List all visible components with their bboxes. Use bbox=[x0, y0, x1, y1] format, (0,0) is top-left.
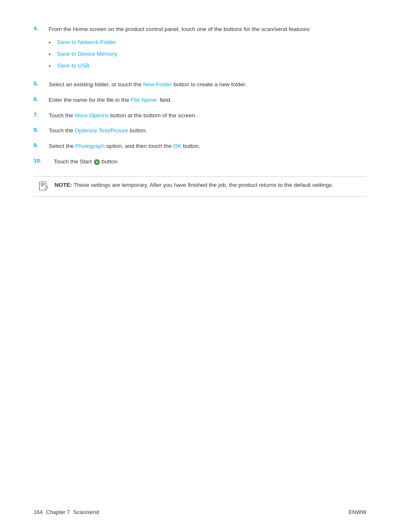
bullet-text-1: Save to Network Folder bbox=[57, 38, 116, 46]
step-9: 9. Select the Photograph option, and the… bbox=[34, 142, 366, 151]
bullet-dot-1: ● bbox=[49, 38, 57, 45]
svg-rect-2 bbox=[41, 184, 45, 185]
step-7-content: Touch the More Options button at the bot… bbox=[49, 111, 366, 120]
step-7-number: 7. bbox=[34, 111, 49, 118]
step-9-text-after: button. bbox=[182, 143, 200, 149]
note-box: NOTE: These settings are temporary. Afte… bbox=[34, 176, 366, 196]
note-label: NOTE: bbox=[55, 182, 72, 188]
step-list: 4. From the Home screen on the product c… bbox=[34, 25, 366, 166]
note-icon-container bbox=[39, 181, 50, 192]
step-10-text-after: button. bbox=[100, 158, 119, 165]
bullet-dot-3: ● bbox=[49, 62, 57, 69]
note-page-icon bbox=[39, 181, 49, 191]
bullet-item-1: ● Save to Network Folder bbox=[49, 38, 366, 46]
step-8: 8. Touch the Optimize Text/Picture butto… bbox=[34, 127, 366, 135]
photograph-link[interactable]: Photograph bbox=[75, 143, 105, 149]
step-8-text-after: button. bbox=[128, 127, 147, 134]
step-8-text-before: Touch the bbox=[49, 127, 75, 134]
page-footer: 164 Chapter 7 Scan/send ENWW bbox=[0, 509, 400, 515]
step-4-content: From the Home screen on the product cont… bbox=[49, 25, 366, 74]
step-4-number: 4. bbox=[34, 25, 49, 31]
step-5-number: 5. bbox=[34, 80, 49, 87]
step-4-text: From the Home screen on the product cont… bbox=[49, 26, 311, 32]
more-options-link[interactable]: More Options bbox=[75, 112, 109, 119]
step-6-text-after: field. bbox=[158, 97, 171, 103]
footer-chapter-label: Chapter 7 bbox=[46, 509, 70, 515]
step-10: 10. Touch the Start button. bbox=[34, 158, 366, 166]
step-7-text-before: Touch the bbox=[49, 112, 75, 119]
note-text-content: These settings are temporary. After you … bbox=[74, 182, 334, 188]
page-container: 4. From the Home screen on the product c… bbox=[0, 0, 400, 222]
step-9-number: 9. bbox=[34, 142, 49, 148]
step-8-number: 8. bbox=[34, 127, 49, 133]
step-10-text-before: Touch the Start bbox=[54, 158, 94, 165]
file-name-link[interactable]: File Name: bbox=[131, 97, 158, 103]
footer-enww: ENWW bbox=[348, 509, 366, 515]
bullet-list-4: ● Save to Network Folder ● Save to Devic… bbox=[49, 38, 366, 70]
footer-right: ENWW bbox=[348, 509, 366, 515]
step-10-number: 10. bbox=[34, 158, 54, 164]
step-4: 4. From the Home screen on the product c… bbox=[34, 25, 366, 74]
step-5-text-before: Select an existing folder, or touch the bbox=[49, 81, 143, 88]
footer-page-number: 164 bbox=[34, 509, 43, 515]
step-6-text-before: Enter the name for the file in the bbox=[49, 97, 131, 103]
step-9-text-mid: option, and then touch the bbox=[105, 143, 174, 149]
footer-left: 164 Chapter 7 Scan/send bbox=[34, 509, 99, 515]
save-to-network-folder-link[interactable]: Save to Network Folder bbox=[57, 39, 116, 45]
step-5-text-after: button to create a new folder. bbox=[172, 81, 247, 88]
bullet-item-3: ● Save to USB bbox=[49, 62, 366, 70]
footer-chapter-name: Scan/send bbox=[73, 509, 99, 515]
bullet-dot-2: ● bbox=[49, 50, 57, 57]
save-to-usb-link[interactable]: Save to USB bbox=[57, 62, 89, 69]
step-6-number: 6. bbox=[34, 96, 49, 102]
step-5-content: Select an existing folder, or touch the … bbox=[49, 80, 366, 89]
svg-rect-3 bbox=[41, 186, 44, 186]
step-10-content: Touch the Start button. bbox=[54, 158, 366, 166]
bullet-text-3: Save to USB bbox=[57, 62, 89, 70]
save-to-device-memory-link[interactable]: Save to Device Memory bbox=[57, 51, 117, 57]
bullet-item-2: ● Save to Device Memory bbox=[49, 50, 366, 58]
step-5: 5. Select an existing folder, or touch t… bbox=[34, 80, 366, 89]
svg-rect-1 bbox=[41, 183, 45, 183]
step-9-text-before: Select the bbox=[49, 143, 75, 149]
optimize-text-picture-link[interactable]: Optimize Text/Picture bbox=[75, 127, 128, 134]
step-8-content: Touch the Optimize Text/Picture button. bbox=[49, 127, 366, 135]
bullet-text-2: Save to Device Memory bbox=[57, 50, 117, 58]
step-6: 6. Enter the name for the file in the Fi… bbox=[34, 96, 366, 105]
ok-link[interactable]: OK bbox=[173, 143, 182, 149]
new-folder-link[interactable]: New Folder bbox=[143, 81, 172, 88]
step-7-text-after: button at the bottom of the screen. bbox=[109, 112, 196, 119]
step-7: 7. Touch the More Options button at the … bbox=[34, 111, 366, 120]
note-content: NOTE: These settings are temporary. Afte… bbox=[55, 181, 333, 190]
step-6-content: Enter the name for the file in the File … bbox=[49, 96, 366, 105]
start-icon bbox=[94, 159, 100, 165]
step-9-content: Select the Photograph option, and then t… bbox=[49, 142, 366, 151]
